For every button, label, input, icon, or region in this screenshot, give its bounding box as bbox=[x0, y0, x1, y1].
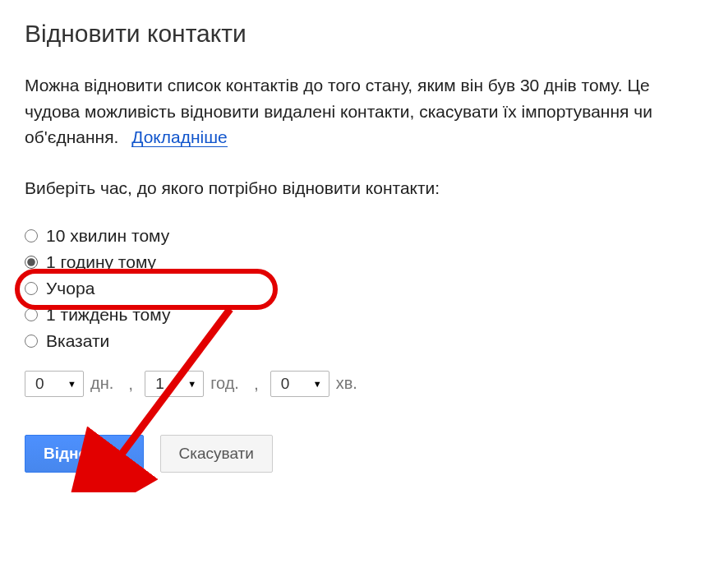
restore-button[interactable]: Відновити bbox=[25, 435, 144, 473]
caret-down-icon: ▼ bbox=[187, 379, 196, 389]
page-title: Відновити контакти bbox=[25, 20, 703, 48]
radio-option-custom[interactable]: Вказати bbox=[25, 328, 703, 354]
radio-option-1hour[interactable]: 1 годину тому bbox=[25, 249, 703, 275]
radio-input-1week[interactable] bbox=[25, 308, 38, 321]
hours-unit: год. bbox=[210, 374, 239, 393]
radio-input-10min[interactable] bbox=[25, 229, 38, 242]
radio-label: Вказати bbox=[46, 331, 109, 351]
time-prompt: Виберіть час, до якого потрібно відновит… bbox=[25, 178, 703, 198]
days-select[interactable]: 0 ▼ bbox=[25, 371, 84, 397]
radio-input-custom[interactable] bbox=[25, 335, 38, 348]
days-value: 0 bbox=[35, 375, 44, 393]
minutes-unit: хв. bbox=[336, 374, 357, 393]
radio-label: Учора bbox=[46, 279, 94, 298]
hours-value: 1 bbox=[155, 375, 164, 393]
radio-label: 1 тиждень тому bbox=[46, 305, 170, 325]
separator: , bbox=[254, 374, 259, 394]
radio-input-1hour[interactable] bbox=[25, 256, 38, 269]
radio-option-1week[interactable]: 1 тиждень тому bbox=[25, 302, 703, 328]
cancel-button[interactable]: Скасувати bbox=[160, 435, 273, 473]
minutes-value: 0 bbox=[281, 375, 290, 393]
minutes-select[interactable]: 0 ▼ bbox=[270, 371, 329, 397]
caret-down-icon: ▼ bbox=[67, 379, 76, 389]
caret-down-icon: ▼ bbox=[313, 379, 322, 389]
radio-label: 10 хвилин тому bbox=[46, 226, 169, 246]
radio-label: 1 годину тому bbox=[46, 252, 156, 272]
radio-option-10min[interactable]: 10 хвилин тому bbox=[25, 223, 703, 249]
description-text: Можна відновити список контактів до того… bbox=[25, 72, 703, 150]
learn-more-link[interactable]: Докладніше bbox=[131, 127, 228, 147]
dialog-buttons: Відновити Скасувати bbox=[25, 435, 703, 473]
description-body: Можна відновити список контактів до того… bbox=[25, 76, 652, 146]
radio-option-yesterday[interactable]: Учора bbox=[25, 275, 703, 302]
hours-select[interactable]: 1 ▼ bbox=[145, 371, 204, 397]
time-radio-group: 10 хвилин тому 1 годину тому Учора 1 тиж… bbox=[25, 223, 703, 354]
days-unit: дн. bbox=[90, 374, 113, 393]
separator: , bbox=[128, 374, 133, 394]
custom-time-row: 0 ▼ дн. , 1 ▼ год. , 0 ▼ хв. bbox=[25, 371, 703, 397]
radio-input-yesterday[interactable] bbox=[25, 282, 38, 295]
